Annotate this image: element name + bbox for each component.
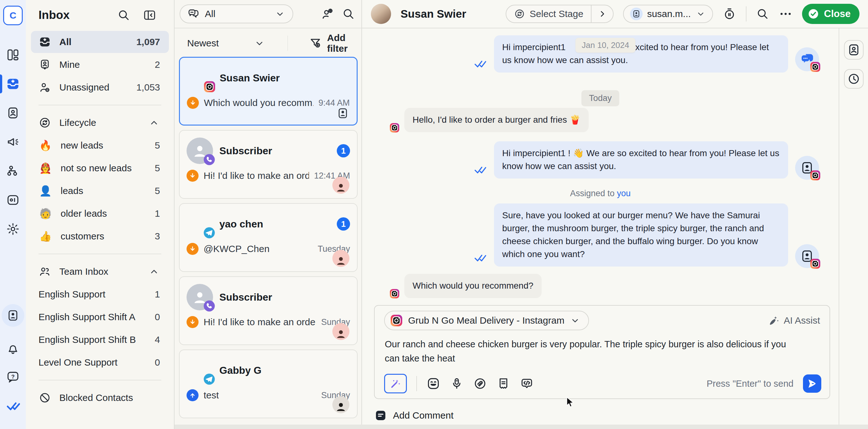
sidebar-search-icon[interactable]	[117, 8, 130, 22]
workflows-icon[interactable]	[5, 163, 21, 178]
assignee-avatar	[332, 396, 349, 413]
dynamic-variable-icon[interactable]	[520, 376, 534, 391]
sidebar-item-unassigned[interactable]: Unassigned 1,053	[31, 76, 169, 98]
select-stage-button[interactable]: Select Stage	[506, 5, 591, 23]
chevron-up-icon[interactable]	[148, 117, 160, 129]
instagram-channel-icon	[810, 61, 821, 72]
workspace-logo[interactable]: C	[3, 6, 23, 25]
conversation-item[interactable]: yao chen 1 @KWCP_Chen Tuesday	[179, 203, 358, 272]
sidebar-item-level-one-support[interactable]: Level One Support0	[31, 352, 169, 373]
read-checks-icon	[474, 163, 487, 177]
assignee-name: susan.m...	[647, 8, 691, 19]
send-button[interactable]	[803, 374, 821, 393]
sidebar-collapse-icon[interactable]	[143, 8, 156, 22]
incoming-message-bubble[interactable]: Hello, I'd like to order a burger and fr…	[404, 108, 589, 132]
conversation-item[interactable]: Susan Swier Which would you recomm... 9:…	[179, 57, 358, 126]
add-filter-button[interactable]: Add filter	[327, 32, 353, 54]
assignee-dropdown[interactable]: susan.m...	[623, 5, 713, 23]
blocked-contacts-item[interactable]: Blocked Contacts	[31, 387, 169, 409]
voice-message-icon[interactable]	[450, 376, 464, 391]
next-stage-button[interactable]	[591, 5, 613, 23]
message-row: Sure, have you looked at our burger menu…	[474, 203, 788, 267]
outgoing-message-bubble[interactable]: Sure, have you looked at our burger menu…	[494, 203, 788, 267]
contact-details-icon[interactable]	[844, 40, 864, 60]
sidebar-item-not-so-new-leads[interactable]: 🧑‍🚒not so new leads5	[31, 157, 169, 179]
outgoing-message-bubble[interactable]: Hi impercipient1 ! 👋 We are so excited t…	[494, 141, 788, 178]
telegram-channel-icon	[203, 227, 216, 239]
sidebar-item-english-support-shift-b[interactable]: English Support Shift B4	[31, 329, 169, 351]
lifecycle-section-header[interactable]: Lifecycle	[31, 112, 169, 134]
sidebar-item-new-leads[interactable]: 🔥new leads5	[31, 134, 169, 157]
avatar[interactable]	[371, 4, 391, 24]
sidebar-item-count: 5	[155, 140, 160, 151]
contacts-icon[interactable]	[5, 105, 21, 121]
sort-dropdown[interactable]: Newest	[187, 38, 219, 48]
send-hint: Press "Enter" to send	[707, 378, 794, 389]
mine-icon	[38, 58, 51, 71]
unassigned-icon	[38, 81, 51, 94]
more-options-icon[interactable]	[779, 7, 793, 21]
user-profile-icon[interactable]	[2, 304, 24, 327]
snooze-timer-icon[interactable]	[722, 7, 736, 21]
assignee-avatar	[332, 177, 349, 194]
sidebar-item-all[interactable]: All 1,097	[31, 31, 169, 53]
sidebar-item-english-support-shift-a[interactable]: English Support Shift A0	[31, 306, 169, 328]
outgoing-message-bubble[interactable]: Hi impercipient1so excited to hear from …	[494, 35, 788, 72]
check-circle-icon	[807, 7, 820, 20]
inbox-nav-icon[interactable]	[5, 76, 21, 92]
comment-icon	[374, 409, 387, 422]
message-row: Hi impercipient1 ! 👋 We are so excited t…	[474, 141, 788, 178]
contact-name: Subscriber	[219, 292, 272, 303]
viber-channel-icon	[203, 300, 216, 312]
sidebar-item-older-leads[interactable]: 🧓older leads1	[31, 202, 169, 225]
emoji-picker-icon[interactable]	[427, 376, 440, 391]
conversation-item[interactable]: Gabby G test Sunday	[179, 350, 358, 418]
attachment-icon[interactable]	[473, 376, 487, 391]
sidebar-item-label: older leads	[61, 208, 107, 219]
sidebar-item-label: Mine	[59, 59, 80, 70]
new-contact-icon[interactable]	[320, 7, 334, 21]
chat-search-icon[interactable]	[756, 7, 769, 21]
team-icon	[38, 265, 51, 278]
conversation-search-icon[interactable]	[342, 7, 355, 21]
settings-icon[interactable]	[5, 222, 21, 237]
sidebar-item-english-support[interactable]: English Support1	[31, 283, 169, 305]
help-icon[interactable]	[5, 370, 21, 385]
chevron-up-icon[interactable]	[148, 266, 160, 277]
add-comment-button[interactable]: Add Comment	[374, 409, 454, 422]
channel-filter-dropdown[interactable]: All	[180, 4, 293, 23]
incoming-message-bubble[interactable]: Which would you recommend?	[404, 274, 541, 298]
dashboard-icon[interactable]	[5, 47, 21, 62]
agent-sender-icon	[795, 156, 819, 180]
add-filter-icon[interactable]	[309, 37, 322, 50]
sidebar-item-count: 0	[155, 357, 160, 368]
active-nav-indicator	[0, 74, 2, 93]
sidebar-item-leads[interactable]: 👤leads5	[31, 180, 169, 202]
inbox-sidebar: Inbox All 1,097 Mine 2 Unassigned 1,053 …	[26, 0, 175, 429]
sidebar-item-customers[interactable]: 👍customers3	[31, 225, 169, 247]
lifecycle-icon	[38, 117, 51, 129]
notifications-bell-icon[interactable]	[5, 341, 21, 356]
message-preview: Hi! I'd like to make an order	[204, 317, 316, 327]
chevron-down-icon[interactable]	[253, 37, 266, 49]
reports-icon[interactable]	[5, 192, 21, 207]
blocked-icon	[38, 392, 51, 404]
inbox-all-icon	[38, 36, 51, 48]
activity-history-icon[interactable]	[844, 69, 864, 89]
ai-assist-button[interactable]: AI Assist	[767, 314, 820, 327]
conversation-item[interactable]: Subscriber Hi! I'd like to make an order…	[179, 276, 358, 345]
respond-logo-icon	[5, 399, 21, 414]
snippet-icon[interactable]	[496, 376, 510, 391]
day-separator: Today	[581, 90, 619, 106]
close-conversation-button[interactable]: Close	[802, 4, 860, 24]
team-inbox-section-header[interactable]: Team Inbox	[31, 261, 169, 283]
conversation-item[interactable]: Subscriber 1 Hi! I'd like to make an ord…	[179, 130, 358, 199]
broadcast-icon[interactable]	[5, 134, 21, 150]
composer-input[interactable]: Our ranch and cheese chicken burger is v…	[385, 337, 798, 366]
channel-selector-dropdown[interactable]: Grub N Go Meal Delivery - Instagram	[384, 311, 589, 330]
assignment-target-link[interactable]: you	[617, 189, 631, 198]
sidebar-item-mine[interactable]: Mine 2	[31, 54, 169, 76]
ai-prompt-button[interactable]	[384, 374, 407, 393]
sidebar-item-count: 4	[155, 334, 160, 345]
chat-contact-name[interactable]: Susan Swier	[401, 7, 466, 20]
